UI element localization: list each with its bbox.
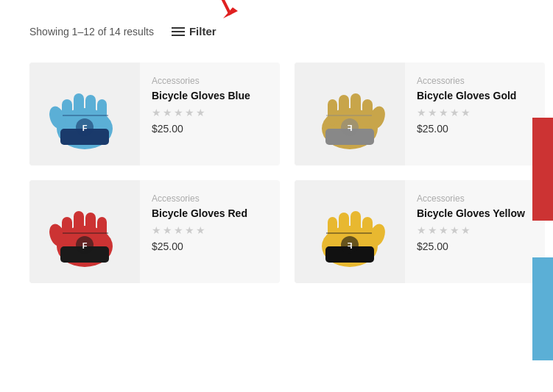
svg-text:F: F [347,241,352,250]
product-info-gold: Accessories Bicycle Gloves Gold ★★★★★ $2… [405,63,545,165]
product-price-red: $25.00 [152,240,268,252]
product-grid: F Accessories Bicycle Gloves Blue ★★★★★ … [29,63,524,283]
star: ★ [461,224,471,236]
filter-label: Filter [189,25,216,38]
svg-rect-7 [97,99,107,126]
product-image-blue: F [29,63,140,165]
star-rating-blue: ★★★★★ [152,107,268,118]
product-image-yellow: F [295,180,405,283]
star: ★ [163,224,172,236]
partial-card-bottom [532,257,553,360]
product-category-yellow: Accessories [417,193,533,204]
product-info-red: Accessories Bicycle Gloves Red ★★★★★ $25… [140,180,280,283]
filter-icon [172,27,185,36]
star: ★ [185,107,194,118]
star: ★ [450,224,459,236]
toolbar: Showing 1–12 of 14 results Filter [29,15,524,40]
page-wrapper: Showing 1–12 of 14 results Filter [0,0,553,298]
product-card-red[interactable]: F Accessories Bicycle Gloves Red ★★★★★ $… [29,180,280,283]
star: ★ [417,224,426,236]
partial-card-top [532,118,553,221]
results-count: Showing 1–12 of 14 results [29,26,154,38]
star-rating-gold: ★★★★★ [417,107,533,118]
product-price-gold: $25.00 [417,123,533,135]
svg-line-0 [212,0,230,15]
star: ★ [174,107,183,118]
product-image-gold: F [295,63,405,165]
star-rating-red: ★★★★★ [152,224,268,236]
star: ★ [461,107,471,118]
product-info-blue: Accessories Bicycle Gloves Blue ★★★★★ $2… [140,63,280,165]
star: ★ [439,224,448,236]
star: ★ [196,224,205,236]
svg-text:F: F [82,124,88,132]
arrow-annotation [190,0,249,25]
product-name-yellow: Bicycle Gloves Yellow [417,207,533,220]
star: ★ [450,107,459,118]
svg-rect-27 [97,217,107,243]
star: ★ [185,224,194,236]
star: ★ [196,107,205,118]
product-name-gold: Bicycle Gloves Gold [417,89,533,102]
star: ★ [152,107,161,118]
star: ★ [428,107,437,118]
product-card-blue[interactable]: F Accessories Bicycle Gloves Blue ★★★★★ … [29,63,280,165]
star: ★ [174,224,183,236]
product-info-yellow: Accessories Bicycle Gloves Yellow ★★★★★ … [405,180,545,283]
star-rating-yellow: ★★★★★ [417,224,533,236]
product-card-gold[interactable]: F Accessories Bicycle Gloves Gold ★★★★★ … [295,63,545,165]
product-name-blue: Bicycle Gloves Blue [152,89,268,102]
product-category-gold: Accessories [417,76,533,86]
product-price-blue: $25.00 [152,123,268,135]
star: ★ [163,107,172,118]
star: ★ [428,224,437,236]
product-price-yellow: $25.00 [417,240,533,252]
svg-text:F: F [82,241,88,250]
product-card-yellow[interactable]: F Accessories Bicycle Gloves Yellow ★★★★… [295,180,545,283]
star: ★ [439,107,448,118]
filter-button[interactable]: Filter [166,22,222,40]
star: ★ [417,107,426,118]
product-category-blue: Accessories [152,76,268,86]
product-name-red: Bicycle Gloves Red [152,207,268,220]
svg-rect-17 [328,99,337,126]
star: ★ [152,224,161,236]
product-category-red: Accessories [152,193,268,204]
product-image-red: F [29,180,140,283]
svg-text:F: F [347,124,352,132]
svg-marker-1 [223,7,238,18]
svg-rect-37 [328,217,337,243]
